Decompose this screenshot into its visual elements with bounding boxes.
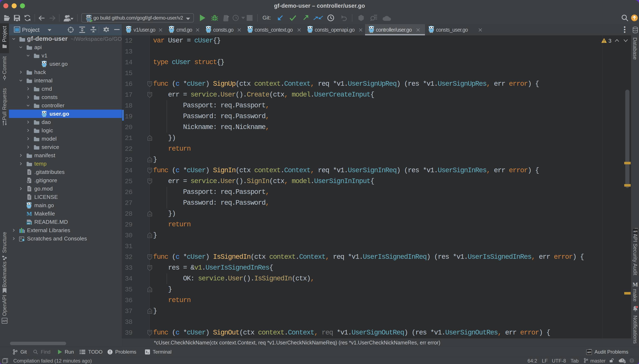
svg-text:?: ? bbox=[622, 358, 624, 362]
svg-text:/API: /API bbox=[587, 351, 591, 354]
svg-text:/API: /API bbox=[633, 230, 638, 233]
svg-text:/API: /API bbox=[2, 320, 7, 322]
svg-text:MD: MD bbox=[27, 222, 30, 225]
